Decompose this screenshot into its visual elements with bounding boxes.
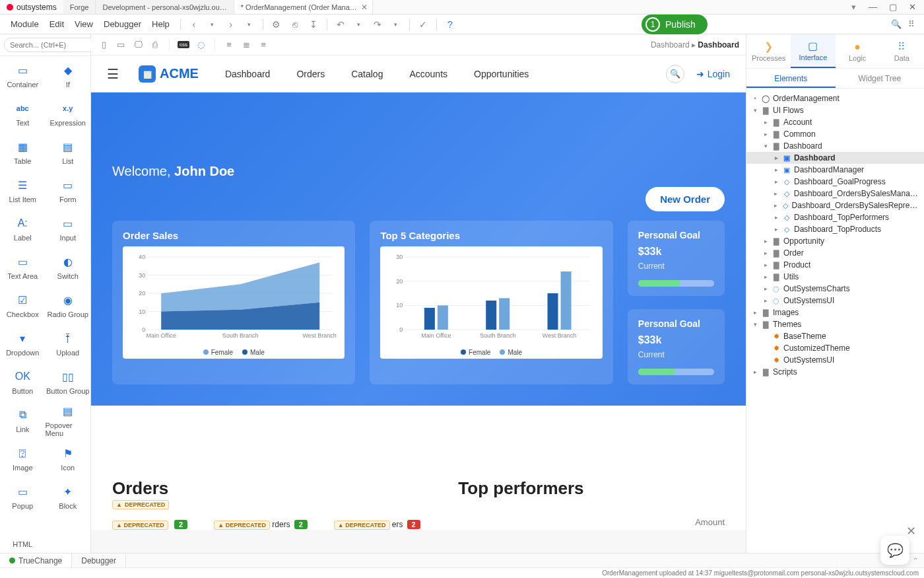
module-tab[interactable]: * OrderManagement (Order Mana…✕ [234,0,373,14]
apps-grid-icon[interactable]: ⠿ [908,19,915,29]
tree-node[interactable]: ▸◌OutSystemsUI [746,295,924,307]
undo-button[interactable]: ↶ [333,17,348,32]
tool-form[interactable]: ▭Form [46,171,91,209]
new-order-button[interactable]: New Order [645,187,725,211]
tree-node[interactable]: ▸▣Dashboard [746,152,924,164]
acme-logo[interactable]: ▦ ACME [139,65,199,83]
tree-node[interactable]: ▾▇Dashboard [746,140,924,152]
tool-popup[interactable]: ▭Popup [0,478,46,516]
tree-node[interactable]: ▸▇Opportunity [746,235,924,247]
align-right-icon[interactable]: ≡ [257,40,269,50]
device-tablet-icon[interactable]: ▭ [115,40,127,50]
tool-label[interactable]: A:Label [0,209,46,248]
global-search-icon[interactable]: 🔍 [891,19,902,29]
tree-node[interactable]: •◯OrderManagement [746,92,924,104]
menu-debugger[interactable]: Debugger [98,17,147,32]
tool-dropdown[interactable]: ▾Dropdown [0,324,46,363]
align-left-icon[interactable]: ≡ [223,40,235,50]
feedback-icon[interactable]: ✓ [415,17,431,32]
nav-back-dropdown[interactable]: ▾ [205,17,220,32]
panel-close-icon[interactable]: ✕ [906,524,916,538]
device-phone-icon[interactable]: ▯ [98,40,110,50]
chat-button[interactable]: 💬 [880,536,909,565]
deprecated-tab[interactable]: ▲ DEPRECATED ers2 [334,520,420,530]
tree-node[interactable]: ▾▇UI Flows [746,104,924,116]
subpanel-elements[interactable]: Elements [746,69,836,88]
align-center-icon[interactable]: ≣ [240,40,252,50]
tool-link[interactable]: ⧉Link [0,401,46,439]
window-close-icon[interactable]: ✕ [909,2,916,12]
tree-node[interactable]: ✸CustomizedTheme [746,342,924,354]
tool-text-area[interactable]: ▭Text Area [0,248,46,286]
tree-node[interactable]: ▸▣DashboardManager [746,164,924,176]
tool-image[interactable]: ⍰Image [0,439,46,478]
header-search-icon[interactable]: 🔍 [666,65,684,83]
tree-node[interactable]: ▸◇Dashboard_TopProducts [746,223,924,235]
panel-tab-logic[interactable]: ●Logic [836,34,880,68]
tool-switch[interactable]: ◐Switch [46,248,91,286]
tool-icon[interactable]: ⚑Icon [46,439,91,478]
panel-tab-interface[interactable]: ▢Interface [791,34,835,68]
tool-table[interactable]: ▦Table [0,133,46,171]
tool-text[interactable]: abcText [0,94,46,133]
refresh-styles-icon[interactable]: ◌ [195,40,207,50]
publish-button[interactable]: 1 Publish [642,15,708,34]
tree-node[interactable]: ✸OutSystemsUI [746,354,924,366]
module-tab[interactable]: Development - personal-xs0wjzlu.ou… [96,0,234,14]
module-tab[interactable]: Forge [63,0,96,14]
tool-container[interactable]: ▭Container [0,56,46,94]
nav-fwd-button[interactable]: › [223,17,239,32]
tab-close-icon[interactable]: ✕ [361,3,368,12]
tree-node[interactable]: ▸▇Scripts [746,366,924,378]
device-desktop-icon[interactable]: 🖵 [132,40,144,50]
tree-node[interactable]: ▸◇Dashboard_GoalProgress [746,176,924,188]
redo-dropdown[interactable]: ▾ [388,17,404,32]
menu-help[interactable]: Help [147,17,175,32]
tree-node[interactable]: ▸▇Order [746,247,924,259]
tool-expression[interactable]: x.yExpression [46,94,91,133]
nav-accounts[interactable]: Accounts [409,69,447,79]
nav-catalog[interactable]: Catalog [351,69,383,79]
hamburger-icon[interactable]: ☰ [107,66,119,82]
tree-node[interactable]: ▸▇Account [746,116,924,128]
connector-icon[interactable]: ⎋ [287,17,303,32]
gear-icon[interactable]: ⚙ [269,17,284,32]
tool-button-group[interactable]: ▯▯Button Group [46,363,91,401]
tree-node[interactable]: ▸▇Utils [746,271,924,283]
tool-button[interactable]: OKButton [0,363,46,401]
menu-module[interactable]: Module [5,17,44,32]
login-link[interactable]: ➜ Login [696,69,730,79]
tool-list[interactable]: ▤List [46,133,91,171]
tree-node[interactable]: ▸◌OutSystemsCharts [746,283,924,295]
tree-node[interactable]: ▸◇Dashboard_OrdersBySalesManager [746,188,924,199]
tool-radio-group[interactable]: ◉Radio Group [46,286,91,324]
window-minimize-icon[interactable]: ― [869,2,877,12]
nav-back-button[interactable]: ‹ [186,17,202,32]
status-chevron-icon[interactable]: ⌃ [912,556,924,565]
tree-node[interactable]: ▸▇Product [746,259,924,271]
redo-button[interactable]: ↷ [370,17,385,32]
css-badge-icon[interactable]: css [178,41,189,48]
tool-upload[interactable]: ⭱Upload [46,324,91,363]
elements-tree[interactable]: •◯OrderManagement▾▇UI Flows▸▇Account▸▇Co… [746,89,924,553]
subpanel-widget-tree[interactable]: Widget Tree [836,69,925,88]
tool-checkbox[interactable]: ☑Checkbox [0,286,46,324]
tool-html[interactable]: HTML [0,516,46,553]
menu-view[interactable]: View [69,17,98,32]
tree-node[interactable]: ▸▇Common [746,128,924,140]
tree-node[interactable]: ✸BaseTheme [746,330,924,342]
tree-node[interactable]: ▸▇Images [746,307,924,318]
tool-block[interactable]: ✦Block [46,478,91,516]
panel-tab-data[interactable]: ⠿Data [880,34,924,68]
nav-fwd-dropdown[interactable]: ▾ [242,17,257,32]
tool-if[interactable]: ◆If [46,56,91,94]
debug-step-icon[interactable]: ↧ [306,17,321,32]
tool-popover-menu[interactable]: ▤Popover Menu [46,401,91,439]
tree-node[interactable]: ▾▇Themes [746,318,924,330]
nav-orders[interactable]: Orders [296,69,325,79]
panel-tab-processes[interactable]: ❯Processes [746,34,791,68]
device-print-icon[interactable]: ⎙ [149,40,161,50]
window-maximize-icon[interactable]: ▢ [889,2,897,12]
menu-edit[interactable]: Edit [44,17,69,32]
nav-opportunities[interactable]: Opportunities [474,69,529,79]
